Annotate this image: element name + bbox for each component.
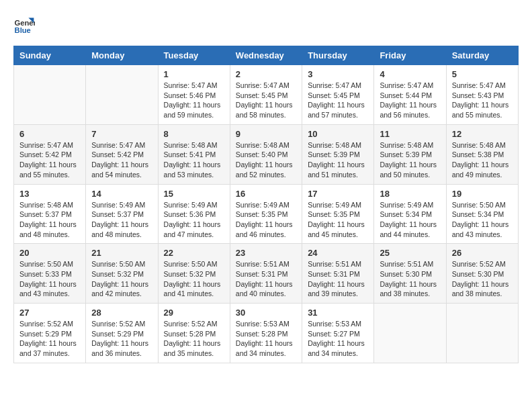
calendar-cell: 26Sunrise: 5:52 AM Sunset: 5:30 PM Dayli… [446,244,518,304]
day-number: 4 [380,69,440,79]
day-number: 6 [19,129,80,139]
day-number: 3 [308,69,368,79]
day-info: Sunrise: 5:51 AM Sunset: 5:30 PM Dayligh… [380,259,440,299]
day-info: Sunrise: 5:48 AM Sunset: 5:41 PM Dayligh… [164,140,224,180]
day-info: Sunrise: 5:48 AM Sunset: 5:39 PM Dayligh… [308,140,368,180]
calendar-cell: 17Sunrise: 5:49 AM Sunset: 5:35 PM Dayli… [302,184,374,244]
calendar-cell: 10Sunrise: 5:48 AM Sunset: 5:39 PM Dayli… [302,124,374,184]
day-number: 22 [164,248,224,258]
calendar-header-row: SundayMondayTuesdayWednesdayThursdayFrid… [14,46,519,65]
calendar-cell: 11Sunrise: 5:48 AM Sunset: 5:39 PM Dayli… [374,124,446,184]
calendar-cell: 28Sunrise: 5:52 AM Sunset: 5:29 PM Dayli… [86,304,158,363]
calendar-cell: 23Sunrise: 5:51 AM Sunset: 5:31 PM Dayli… [230,244,302,304]
calendar-body: 1Sunrise: 5:47 AM Sunset: 5:46 PM Daylig… [14,65,519,363]
day-info: Sunrise: 5:50 AM Sunset: 5:33 PM Dayligh… [19,259,80,299]
calendar-cell: 14Sunrise: 5:49 AM Sunset: 5:37 PM Dayli… [86,184,158,244]
calendar-cell: 2Sunrise: 5:47 AM Sunset: 5:45 PM Daylig… [230,65,302,125]
calendar-cell: 15Sunrise: 5:49 AM Sunset: 5:36 PM Dayli… [158,184,230,244]
day-info: Sunrise: 5:50 AM Sunset: 5:32 PM Dayligh… [164,259,224,299]
day-info: Sunrise: 5:49 AM Sunset: 5:35 PM Dayligh… [308,200,368,240]
calendar-cell: 6Sunrise: 5:47 AM Sunset: 5:42 PM Daylig… [14,124,86,184]
day-number: 30 [236,308,296,318]
calendar-cell: 20Sunrise: 5:50 AM Sunset: 5:33 PM Dayli… [14,244,86,304]
day-info: Sunrise: 5:49 AM Sunset: 5:35 PM Dayligh… [236,200,296,240]
calendar-table: SundayMondayTuesdayWednesdayThursdayFrid… [13,46,519,363]
day-info: Sunrise: 5:49 AM Sunset: 5:36 PM Dayligh… [164,200,224,240]
day-number: 9 [236,129,296,139]
day-number: 27 [19,308,80,318]
day-info: Sunrise: 5:52 AM Sunset: 5:29 PM Dayligh… [19,319,80,359]
day-info: Sunrise: 5:47 AM Sunset: 5:42 PM Dayligh… [19,140,80,180]
day-info: Sunrise: 5:53 AM Sunset: 5:27 PM Dayligh… [308,319,368,359]
calendar-cell: 27Sunrise: 5:52 AM Sunset: 5:29 PM Dayli… [14,304,86,363]
day-info: Sunrise: 5:48 AM Sunset: 5:39 PM Dayligh… [380,140,440,180]
calendar-cell [14,65,86,125]
calendar-cell: 12Sunrise: 5:48 AM Sunset: 5:38 PM Dayli… [446,124,518,184]
day-info: Sunrise: 5:47 AM Sunset: 5:42 PM Dayligh… [91,140,152,180]
calendar-cell [86,65,158,125]
day-number: 8 [164,129,224,139]
day-number: 18 [380,189,440,199]
day-number: 12 [452,129,513,139]
day-number: 5 [452,69,513,79]
logo-icon: General Blue [13,13,35,35]
day-number: 23 [236,248,296,258]
day-number: 17 [308,189,368,199]
day-number: 11 [380,129,440,139]
calendar-cell: 29Sunrise: 5:52 AM Sunset: 5:28 PM Dayli… [158,304,230,363]
day-info: Sunrise: 5:47 AM Sunset: 5:43 PM Dayligh… [452,81,513,120]
calendar-cell: 30Sunrise: 5:53 AM Sunset: 5:28 PM Dayli… [230,304,302,363]
svg-text:Blue: Blue [15,26,31,34]
weekday-header-saturday: Saturday [446,46,518,65]
weekday-header-monday: Monday [86,46,158,65]
day-info: Sunrise: 5:51 AM Sunset: 5:31 PM Dayligh… [308,259,368,299]
day-number: 10 [308,129,368,139]
day-info: Sunrise: 5:47 AM Sunset: 5:45 PM Dayligh… [236,81,296,120]
calendar-cell: 13Sunrise: 5:48 AM Sunset: 5:37 PM Dayli… [14,184,86,244]
calendar-cell: 22Sunrise: 5:50 AM Sunset: 5:32 PM Dayli… [158,244,230,304]
day-info: Sunrise: 5:47 AM Sunset: 5:46 PM Dayligh… [164,81,224,120]
day-info: Sunrise: 5:48 AM Sunset: 5:40 PM Dayligh… [236,140,296,180]
calendar-cell: 3Sunrise: 5:47 AM Sunset: 5:45 PM Daylig… [302,65,374,125]
day-info: Sunrise: 5:53 AM Sunset: 5:28 PM Dayligh… [236,319,296,359]
day-number: 20 [19,248,80,258]
day-number: 19 [452,189,513,199]
logo: General Blue [13,13,35,35]
day-number: 7 [91,129,152,139]
day-info: Sunrise: 5:52 AM Sunset: 5:30 PM Dayligh… [452,259,513,299]
day-number: 24 [308,248,368,258]
day-info: Sunrise: 5:52 AM Sunset: 5:29 PM Dayligh… [91,319,152,359]
calendar-cell: 5Sunrise: 5:47 AM Sunset: 5:43 PM Daylig… [446,65,518,125]
day-number: 2 [236,69,296,79]
day-info: Sunrise: 5:50 AM Sunset: 5:32 PM Dayligh… [91,259,152,299]
weekday-header-friday: Friday [374,46,446,65]
day-info: Sunrise: 5:49 AM Sunset: 5:34 PM Dayligh… [380,200,440,240]
calendar-week-row: 20Sunrise: 5:50 AM Sunset: 5:33 PM Dayli… [14,244,519,304]
calendar-week-row: 6Sunrise: 5:47 AM Sunset: 5:42 PM Daylig… [14,124,519,184]
calendar-cell: 24Sunrise: 5:51 AM Sunset: 5:31 PM Dayli… [302,244,374,304]
day-info: Sunrise: 5:48 AM Sunset: 5:37 PM Dayligh… [19,200,80,240]
day-info: Sunrise: 5:47 AM Sunset: 5:45 PM Dayligh… [308,81,368,120]
day-info: Sunrise: 5:47 AM Sunset: 5:44 PM Dayligh… [380,81,440,120]
day-info: Sunrise: 5:49 AM Sunset: 5:37 PM Dayligh… [91,200,152,240]
day-number: 28 [91,308,152,318]
calendar-week-row: 1Sunrise: 5:47 AM Sunset: 5:46 PM Daylig… [14,65,519,125]
calendar-cell: 8Sunrise: 5:48 AM Sunset: 5:41 PM Daylig… [158,124,230,184]
day-number: 1 [164,69,224,79]
day-number: 21 [91,248,152,258]
calendar-cell: 9Sunrise: 5:48 AM Sunset: 5:40 PM Daylig… [230,124,302,184]
calendar-cell: 31Sunrise: 5:53 AM Sunset: 5:27 PM Dayli… [302,304,374,363]
day-number: 13 [19,189,80,199]
weekday-header-sunday: Sunday [14,46,86,65]
calendar-cell: 7Sunrise: 5:47 AM Sunset: 5:42 PM Daylig… [86,124,158,184]
calendar-cell: 1Sunrise: 5:47 AM Sunset: 5:46 PM Daylig… [158,65,230,125]
calendar-cell: 19Sunrise: 5:50 AM Sunset: 5:34 PM Dayli… [446,184,518,244]
weekday-header-tuesday: Tuesday [158,46,230,65]
day-info: Sunrise: 5:50 AM Sunset: 5:34 PM Dayligh… [452,200,513,240]
day-number: 16 [236,189,296,199]
calendar-cell: 16Sunrise: 5:49 AM Sunset: 5:35 PM Dayli… [230,184,302,244]
calendar-cell: 25Sunrise: 5:51 AM Sunset: 5:30 PM Dayli… [374,244,446,304]
day-number: 31 [308,308,368,318]
day-number: 25 [380,248,440,258]
day-number: 26 [452,248,513,258]
